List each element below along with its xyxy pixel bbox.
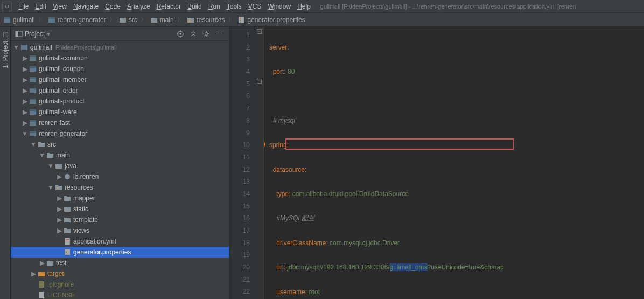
tree-item-io-renren[interactable]: ▶io.renren [11, 171, 229, 182]
menu-tools[interactable]: Tools [223, 0, 245, 13]
tree-arrow-icon[interactable]: ▶ [56, 173, 62, 180]
tree-arrow-icon[interactable]: ▼ [47, 184, 54, 191]
tree-arrow-icon[interactable] [56, 249, 62, 255]
tree-arrow-icon[interactable]: ▶ [39, 260, 45, 266]
collapse-icon[interactable] [188, 29, 199, 39]
crumb-src[interactable]: src〉 [119, 15, 148, 24]
tree-item-gulimall-product[interactable]: ▶gulimall-product [11, 96, 229, 107]
tree-item-target[interactable]: ▶target [11, 268, 229, 279]
tree-arrow-icon[interactable] [30, 292, 37, 298]
svg-rect-32 [57, 187, 58, 189]
tree-item-license[interactable]: LICENSE [11, 290, 229, 299]
menu-window[interactable]: Window [264, 0, 294, 13]
gear-icon[interactable] [201, 29, 212, 39]
menu-run[interactable]: Run [205, 0, 223, 13]
crumb-main[interactable]: main〉 [150, 15, 185, 24]
hide-icon[interactable]: — [214, 29, 225, 39]
resources-icon [187, 16, 194, 24]
fold-marker-icon[interactable]: − [257, 79, 262, 84]
crumb-gulimall[interactable]: gulimall〉 [3, 15, 46, 24]
tree-label: template [73, 216, 98, 224]
gutter: 12345678910111213141516171819202122 [229, 27, 255, 299]
menu-navigate[interactable]: Navigate [70, 0, 102, 13]
line-number: 13 [229, 176, 250, 188]
tree-item-test[interactable]: ▶test [11, 258, 229, 268]
crumb-file[interactable]: generator.properties [237, 16, 305, 24]
folder-icon [119, 16, 127, 24]
tree-arrow-icon[interactable]: ▼ [22, 130, 28, 137]
tree-item-gulimall[interactable]: ▼gulimallF:\IdeaProjects\gulimall [11, 42, 229, 53]
menu-vcs[interactable]: VCS [245, 0, 265, 13]
tree-item-renren-fast[interactable]: ▶renren-fast [11, 117, 229, 128]
svg-rect-38 [66, 254, 67, 255]
tree-arrow-icon[interactable]: ▶ [22, 55, 28, 61]
line-number: 8 [229, 115, 250, 127]
svg-rect-18 [30, 66, 36, 68]
tree-item-gulimall-member[interactable]: ▶gulimall-member [11, 74, 229, 85]
tree-arrow-icon[interactable]: ▶ [22, 120, 28, 126]
tree-item--gitignore[interactable]: .gitignore [11, 279, 229, 290]
menu-help[interactable]: Help [294, 0, 314, 13]
tree-arrow-icon[interactable]: ▶ [22, 98, 28, 105]
locate-icon[interactable] [175, 29, 186, 39]
menu-refactor[interactable]: Refactor [153, 0, 184, 13]
svg-rect-20 [30, 77, 36, 79]
menu-edit[interactable]: Edit [32, 0, 50, 13]
menu-file[interactable]: File [15, 0, 32, 13]
svg-rect-37 [66, 252, 67, 253]
tree-arrow-icon[interactable]: ▶ [56, 217, 62, 223]
code-line: server: [269, 44, 289, 51]
tree-arrow-icon[interactable]: ▶ [56, 206, 62, 212]
crumb-renren-generator[interactable]: renren-generator〉 [48, 15, 117, 24]
crumb-resources[interactable]: resources〉 [187, 15, 236, 24]
tree-arrow-icon[interactable]: ▼ [30, 141, 37, 148]
tree-item-renren-generator[interactable]: ▼renren-generator [11, 128, 229, 139]
tree-item-gulimall-order[interactable]: ▶gulimall-order [11, 85, 229, 96]
tree-arrow-icon[interactable]: ▶ [56, 195, 62, 201]
tree-label: java [65, 162, 76, 170]
chevron-right-icon: 〉 [141, 15, 147, 24]
tree-item-template[interactable]: ▶template [11, 214, 229, 225]
tree-item-gulimall-common[interactable]: ▶gulimall-common [11, 53, 229, 64]
fld-icon [46, 259, 54, 267]
tree-item-src[interactable]: ▼src [11, 139, 229, 150]
tree-arrow-icon[interactable]: ▶ [22, 109, 28, 115]
line-number: 16 [229, 212, 250, 225]
fold-gutter[interactable]: − − [255, 27, 264, 299]
tree-arrow-icon[interactable]: ▶ [22, 77, 28, 83]
tree-arrow-icon[interactable] [30, 281, 37, 288]
highlight-box [285, 138, 514, 150]
line-number: 3 [229, 53, 250, 66]
menu-analyze[interactable]: Analyze [124, 0, 153, 13]
sidebar-tool-project[interactable]: 1: Project▢ [0, 27, 11, 299]
tree-arrow-icon[interactable]: ▶ [22, 87, 28, 94]
line-number: 10 [229, 139, 250, 151]
menu-build[interactable]: Build [184, 0, 205, 13]
tree-item-views[interactable]: ▶views [11, 225, 229, 236]
menu-code[interactable]: Code [102, 0, 124, 13]
tree-arrow-icon[interactable]: ▼ [13, 44, 19, 51]
fold-marker-icon[interactable]: − [257, 29, 262, 34]
tree-item-application-yml[interactable]: application.yml [11, 236, 229, 247]
tree-item-resources[interactable]: ▼resources [11, 182, 229, 193]
tree-item-gulimall-coupon[interactable]: ▶gulimall-coupon [11, 64, 229, 74]
dropdown-icon[interactable]: ▾ [47, 30, 50, 38]
tree-item-mapper[interactable]: ▶mapper [11, 193, 229, 204]
svg-rect-8 [240, 22, 241, 23]
project-tree[interactable]: ▼gulimallF:\IdeaProjects\gulimall▶gulima… [11, 41, 229, 299]
pkg-icon [64, 173, 71, 180]
tree-arrow-icon[interactable]: ▶ [56, 227, 62, 234]
prop-icon [64, 248, 71, 256]
tree-item-gulimall-ware[interactable]: ▶gulimall-ware [11, 107, 229, 117]
tree-item-java[interactable]: ▼java [11, 161, 229, 171]
tree-arrow-icon[interactable]: ▶ [22, 66, 28, 72]
tree-arrow-icon[interactable]: ▶ [30, 270, 37, 277]
tree-item-main[interactable]: ▼main [11, 150, 229, 161]
menu-view[interactable]: View [50, 0, 70, 13]
tree-arrow-icon[interactable]: ▼ [47, 163, 54, 169]
code-area[interactable]: server: port: 80 # mysql spring: datasou… [264, 27, 644, 299]
tree-arrow-icon[interactable]: ▼ [39, 152, 45, 158]
tree-item-static[interactable]: ▶static [11, 204, 229, 214]
tree-arrow-icon[interactable] [56, 238, 62, 245]
tree-item-generator-properties[interactable]: generator.properties [11, 247, 229, 258]
